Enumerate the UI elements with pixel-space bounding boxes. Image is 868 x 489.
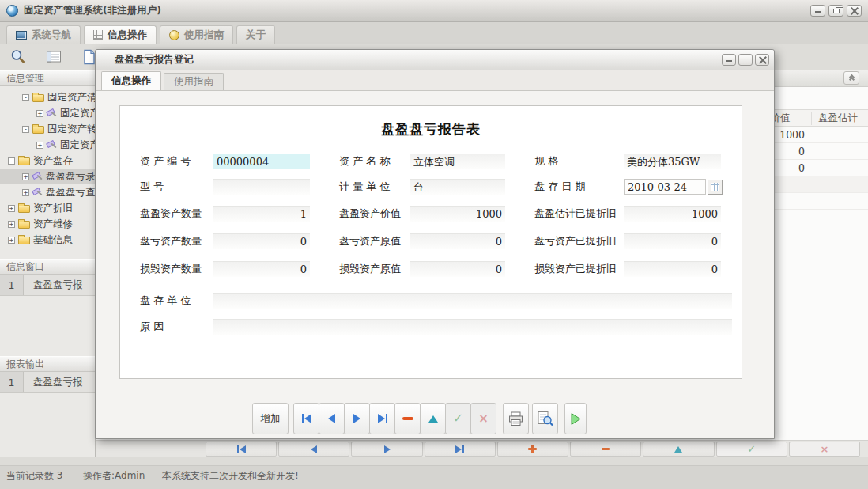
preview-button[interactable] (532, 403, 558, 434)
minimize-button[interactable] (810, 5, 825, 17)
inventory-date-label: 盘 存 日 期 (534, 179, 623, 195)
damage-qty-field[interactable]: 0 (213, 261, 310, 277)
tree-item[interactable]: + 固定资产 (0, 137, 95, 153)
deficit-depreciation-field[interactable]: 0 (624, 233, 721, 249)
row-label: 盘盈盘亏报 (24, 275, 95, 295)
tree-item[interactable]: - 固定资产清 (0, 89, 95, 105)
post-record-button[interactable]: ✓ (445, 403, 471, 434)
panel-header-info-window[interactable]: 信息窗口 (0, 259, 95, 275)
tab-info-operation[interactable]: 信息操作 (84, 25, 157, 44)
first-record-button[interactable] (293, 403, 319, 434)
print-button[interactable] (503, 403, 529, 434)
tab-about[interactable]: 关于 (236, 25, 275, 44)
tree-expand-icon[interactable]: + (8, 237, 15, 244)
tab-label: 关于 (246, 28, 266, 42)
list-view-button[interactable] (42, 47, 66, 67)
grid-column-header[interactable]: 盘盈估计 (811, 112, 868, 125)
execute-button[interactable] (564, 403, 587, 434)
tree-collapse-icon[interactable]: - (8, 157, 15, 165)
model-label: 型 号 (140, 179, 211, 195)
close-button[interactable] (847, 5, 862, 17)
tree-expand-icon[interactable]: + (36, 142, 43, 149)
dialog-minimize-button[interactable] (722, 54, 736, 66)
prev-record-button[interactable] (319, 403, 345, 434)
tree-item[interactable]: + 盘盈盘亏查 (0, 184, 95, 200)
tool-icon (32, 172, 43, 182)
surplus-value-label: 盘盈资产价值 (339, 206, 415, 222)
tree-item[interactable]: - 资产盘存 (0, 153, 95, 169)
dialog-titlebar[interactable]: 盘盈盘亏报告登记 (96, 50, 774, 70)
insert-record-button[interactable] (497, 442, 568, 457)
inventory-date-field[interactable]: 2010-03-24 (624, 179, 706, 195)
tree-expand-icon[interactable]: + (8, 221, 15, 228)
deficit-depreciation-label: 盘亏资产已提折旧 (534, 233, 623, 249)
model-field[interactable] (213, 179, 310, 195)
surplus-value-field[interactable]: 1000 (410, 206, 505, 222)
delete-record-button[interactable] (394, 403, 421, 434)
surplus-qty-label: 盘盈资产数量 (140, 206, 211, 222)
first-record-icon (302, 414, 311, 423)
minimize-icon (726, 60, 732, 62)
info-window-row[interactable]: 1 盘盈盘亏报 (0, 275, 95, 296)
dialog-maximize-button[interactable] (738, 54, 753, 66)
last-record-button[interactable] (425, 442, 496, 457)
restore-button[interactable] (828, 5, 843, 17)
tree-expand-icon[interactable]: + (36, 110, 43, 117)
search-button[interactable] (6, 47, 30, 67)
edit-record-button[interactable] (643, 442, 714, 457)
operator: 操作者:Admin (83, 469, 145, 483)
tree-item[interactable]: + 资产折旧 (0, 200, 95, 216)
post-record-button[interactable]: ✓ (716, 442, 787, 457)
dialog-tabbar: 信息操作 使用指南 (96, 70, 774, 91)
asset-name-field[interactable]: 立体空调 (410, 154, 505, 169)
tab-system-nav[interactable]: 系统导航 (6, 25, 81, 44)
panel-header-info-mgmt[interactable]: 信息管理 (0, 70, 95, 86)
next-record-button[interactable] (351, 442, 422, 457)
deficit-qty-field[interactable]: 0 (213, 233, 310, 249)
guide-icon (169, 30, 179, 40)
edit-record-button[interactable] (420, 403, 446, 434)
deficit-value-field[interactable]: 0 (410, 233, 505, 249)
add-button[interactable]: 增加 (252, 403, 289, 434)
nav-tree: - 固定资产清 + 固定资产 - 固定资产转 + 固定资产 - (0, 86, 95, 248)
tree-collapse-icon[interactable]: - (22, 94, 29, 101)
tab-label: 系统导航 (32, 28, 71, 42)
cancel-record-button[interactable]: × (470, 403, 496, 434)
prev-record-button[interactable] (278, 442, 349, 457)
panel-header-report-output[interactable]: 报表输出 (0, 356, 95, 372)
unit-field[interactable]: 台 (410, 179, 505, 195)
tree-expand-icon[interactable]: + (8, 205, 15, 212)
dialog-tab-info-operation[interactable]: 信息操作 (101, 71, 161, 90)
minus-icon (602, 448, 610, 450)
first-record-button[interactable] (206, 442, 277, 457)
delete-record-button[interactable] (570, 442, 641, 457)
tab-user-guide[interactable]: 使用指南 (160, 25, 233, 44)
next-record-button[interactable] (344, 403, 370, 434)
tree-item[interactable]: + 资产维修 (0, 216, 95, 232)
surplus-qty-field[interactable]: 1 (213, 206, 310, 222)
tree-item[interactable]: + 固定资产 (0, 105, 95, 121)
report-output-row[interactable]: 1 盘盈盘亏报 (0, 372, 95, 393)
spec-field[interactable]: 美的分体35GW (624, 154, 721, 169)
tree-item[interactable]: + 基础信息 (0, 232, 95, 248)
asset-no-field[interactable]: 00000004 (213, 154, 310, 169)
tree-item-selected[interactable]: + 盘盈盘亏录 (0, 169, 95, 184)
surplus-depreciation-field[interactable]: 1000 (624, 206, 721, 222)
damage-value-field[interactable]: 0 (410, 261, 505, 277)
cancel-record-button[interactable]: × (789, 442, 860, 457)
tree-expand-icon[interactable]: + (22, 173, 29, 180)
reason-field[interactable] (213, 319, 732, 335)
tree-item[interactable]: - 固定资产转 (0, 121, 95, 137)
calendar-picker-button[interactable] (708, 180, 723, 195)
dialog-tab-user-guide[interactable]: 使用指南 (164, 73, 224, 90)
tree-collapse-icon[interactable]: - (22, 126, 29, 133)
inventory-unit-field[interactable] (213, 293, 732, 309)
dialog-close-button[interactable] (755, 54, 769, 66)
unit-label: 计 量 单 位 (339, 179, 415, 195)
tree-expand-icon[interactable]: + (22, 189, 29, 196)
collapse-panel-button[interactable] (843, 71, 859, 85)
damage-depreciation-field[interactable]: 0 (624, 261, 721, 277)
tree-item-label: 基础信息 (33, 233, 73, 247)
main-db-navigator: ✓ × (96, 440, 868, 457)
last-record-button[interactable] (369, 403, 395, 434)
